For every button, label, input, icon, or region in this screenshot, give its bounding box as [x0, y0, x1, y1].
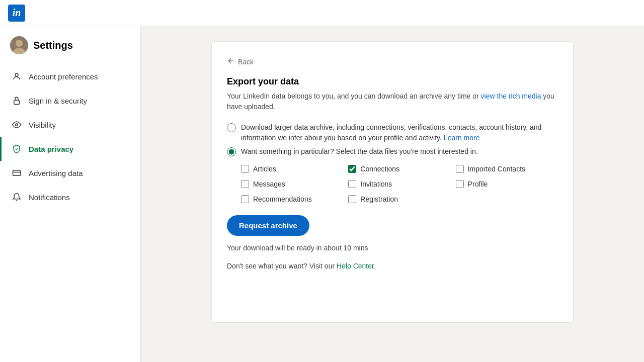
radio-full-input[interactable]: [227, 123, 236, 132]
checkbox-recommendations-label[interactable]: Recommendations: [253, 195, 312, 203]
help-center-link[interactable]: Help Center: [337, 262, 374, 270]
radio-full-archive: Download larger data archive, including …: [227, 122, 558, 143]
help-text: Don't see what you want? Visit our Help …: [227, 262, 558, 270]
export-card: Back Export your data Your LinkedIn data…: [211, 41, 574, 323]
sidebar-item-visibility[interactable]: Visibility: [0, 113, 140, 137]
checkbox-invitations-input[interactable]: [348, 180, 356, 188]
checkbox-articles-label[interactable]: Articles: [253, 165, 276, 173]
sidebar-item-notifications-label: Notifications: [29, 193, 70, 202]
checkbox-articles: Articles: [241, 165, 343, 173]
svg-point-1: [16, 40, 23, 47]
checkbox-messages-label[interactable]: Messages: [253, 180, 285, 188]
checkbox-articles-input[interactable]: [241, 165, 249, 173]
checkbox-imported-contacts-label[interactable]: Imported Contacts: [468, 165, 525, 173]
shield-icon: [12, 144, 22, 154]
sidebar-item-advertising-data-label: Advertising data: [29, 169, 83, 177]
radio-full-label[interactable]: Download larger data archive, including …: [241, 122, 558, 143]
sidebar-item-notifications[interactable]: Notifications: [0, 185, 140, 209]
back-label: Back: [238, 58, 254, 66]
checkbox-messages-input[interactable]: [241, 180, 249, 188]
checkbox-messages: Messages: [241, 180, 343, 188]
sidebar-nav: Account preferences Sign in & security: [0, 64, 140, 209]
svg-rect-6: [13, 170, 21, 176]
radio-select-label[interactable]: Want something in particular? Select the…: [241, 146, 478, 157]
checkbox-registration-label[interactable]: Registration: [360, 195, 398, 203]
checkbox-connections: Connections: [348, 165, 450, 173]
sidebar-item-visibility-label: Visibility: [29, 121, 56, 129]
help-text-part1: Don't see what you want? Visit our: [227, 262, 337, 270]
svg-point-3: [15, 73, 18, 76]
export-description: Your LinkedIn data belongs to you, and y…: [227, 91, 558, 112]
sidebar-item-advertising-data[interactable]: Advertising data: [0, 161, 140, 185]
checkbox-profile-input[interactable]: [456, 180, 464, 188]
lock-icon: [12, 96, 22, 106]
sidebar-item-sign-in-security-label: Sign in & security: [29, 97, 87, 105]
help-text-part2: .: [374, 262, 376, 270]
checkbox-connections-input[interactable]: [348, 165, 356, 173]
checkbox-invitations: Invitations: [348, 180, 450, 188]
checkbox-registration: Registration: [348, 195, 450, 203]
checkbox-imported-contacts-input[interactable]: [456, 165, 464, 173]
radio-select-specific: Want something in particular? Select the…: [227, 146, 558, 157]
sidebar-item-data-privacy[interactable]: Data privacy: [0, 137, 140, 161]
svg-point-5: [16, 124, 18, 126]
back-button[interactable]: Back: [227, 57, 254, 66]
checkbox-profile-label[interactable]: Profile: [468, 180, 488, 188]
sidebar-header: Settings: [0, 36, 140, 64]
request-archive-button[interactable]: Request archive: [227, 215, 309, 236]
learn-more-link[interactable]: Learn more: [444, 134, 480, 142]
sidebar-item-account-preferences-label: Account preferences: [29, 72, 98, 81]
sidebar: Settings Account preferences Sign: [0, 26, 141, 362]
checkbox-recommendations: Recommendations: [241, 195, 343, 203]
checkbox-registration-input[interactable]: [348, 195, 356, 203]
ad-icon: [12, 168, 22, 178]
content-area: Back Export your data Your LinkedIn data…: [141, 26, 644, 362]
bell-icon: [12, 192, 22, 202]
sidebar-item-account-preferences[interactable]: Account preferences: [0, 64, 140, 88]
checkbox-recommendations-input[interactable]: [241, 195, 249, 203]
sidebar-item-data-privacy-label: Data privacy: [29, 145, 73, 153]
checkbox-profile: Profile: [456, 180, 558, 188]
radio-full-text: Download larger data archive, including …: [241, 123, 541, 142]
view-rich-media-link[interactable]: view the rich media: [481, 92, 541, 100]
main-layout: Settings Account preferences Sign: [0, 26, 644, 362]
avatar-image: [10, 36, 28, 54]
download-note: Your download will be ready in about 10 …: [227, 244, 558, 252]
settings-title: Settings: [33, 40, 73, 51]
export-title: Export your data: [227, 76, 558, 87]
export-desc-part1: Your LinkedIn data belongs to you, and y…: [227, 92, 481, 100]
topbar: in: [0, 0, 644, 26]
avatar: [10, 36, 28, 54]
linkedin-logo[interactable]: in: [8, 5, 25, 22]
person-icon: [12, 71, 22, 81]
sidebar-item-sign-in-security[interactable]: Sign in & security: [0, 88, 140, 113]
checkbox-connections-label[interactable]: Connections: [360, 165, 399, 173]
checkbox-invitations-label[interactable]: Invitations: [360, 180, 392, 188]
back-arrow-icon: [227, 57, 235, 66]
svg-rect-4: [14, 100, 20, 104]
checkbox-imported-contacts: Imported Contacts: [456, 165, 558, 173]
eye-icon: [12, 120, 22, 130]
radio-select-input[interactable]: [227, 147, 236, 156]
checkboxes-grid: Articles Connections Imported Contacts M…: [241, 165, 558, 203]
